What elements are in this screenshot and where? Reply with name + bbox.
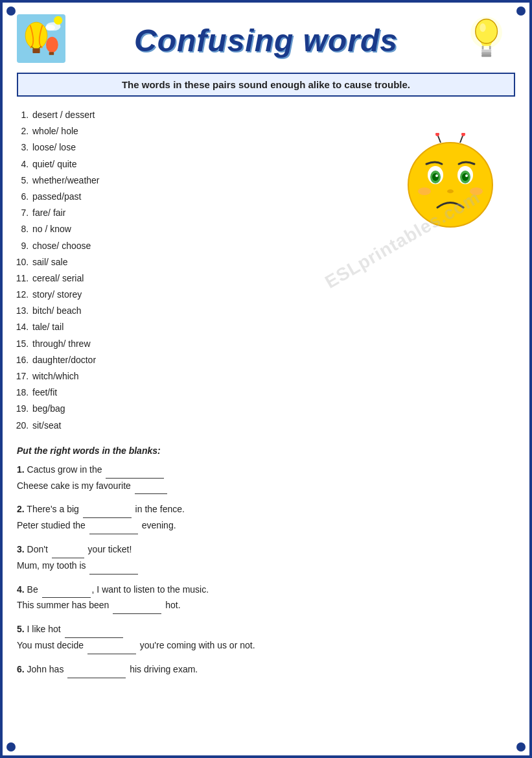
header: Confusing words bbox=[17, 14, 515, 66]
word-pair-item: tale/ tail bbox=[31, 319, 379, 335]
exercise-line: Cactus grow in the bbox=[27, 464, 166, 475]
svg-point-10 bbox=[54, 16, 62, 25]
svg-point-35 bbox=[418, 187, 431, 195]
svg-point-36 bbox=[470, 187, 483, 195]
item-number: 4. bbox=[17, 584, 25, 595]
svg-point-30 bbox=[447, 189, 454, 193]
corner-tl bbox=[6, 6, 16, 16]
exercise-line: Be , I want to listen to the music. bbox=[27, 584, 209, 595]
exercise-line: Peter studied the evening. bbox=[17, 520, 176, 530]
item-number: 3. bbox=[17, 544, 25, 554]
word-pair-item: through/ threw bbox=[31, 336, 379, 352]
svg-point-8 bbox=[46, 37, 58, 53]
item-number: 1. bbox=[17, 464, 25, 475]
svg-rect-15 bbox=[481, 49, 491, 52]
word-pair-item: fare/ fair bbox=[31, 205, 379, 221]
fill-blank bbox=[67, 662, 126, 678]
corner-tr bbox=[516, 6, 526, 16]
bulb-icon bbox=[463, 14, 515, 66]
svg-point-34 bbox=[461, 133, 465, 136]
fill-blank bbox=[65, 622, 123, 638]
svg-point-24 bbox=[432, 173, 439, 181]
exercise-line: Don't your ticket! bbox=[27, 544, 132, 554]
main-content: desert / dessertwhole/ holeloose/ losequ… bbox=[17, 107, 515, 434]
sad-face-emoji bbox=[402, 133, 499, 230]
fill-blank bbox=[52, 542, 84, 558]
svg-point-2 bbox=[45, 25, 55, 30]
word-pair-item: daughter/doctor bbox=[31, 352, 379, 368]
svg-rect-5 bbox=[32, 49, 40, 54]
svg-point-28 bbox=[462, 173, 468, 181]
word-pair-item: quiet/ quite bbox=[31, 156, 379, 172]
fill-blank bbox=[83, 502, 132, 518]
item-number: 6. bbox=[17, 664, 25, 674]
exercise-line: Mum, my tooth is bbox=[17, 560, 139, 571]
word-pair-item: chose/ choose bbox=[31, 238, 379, 254]
exercise-item: 2. There's a big in the fence.Peter stud… bbox=[17, 502, 515, 534]
word-pair-item: whether/weather bbox=[31, 172, 379, 189]
exercise-items: 1. Cactus grow in the Cheese cake is my … bbox=[17, 462, 515, 678]
svg-rect-16 bbox=[481, 52, 491, 54]
exercise-line: This summer has been hot. bbox=[17, 600, 181, 610]
svg-point-25 bbox=[435, 174, 438, 177]
exercise-item: 5. I like hot You must decide you're com… bbox=[17, 622, 515, 654]
word-pair-item: cereal/ serial bbox=[31, 270, 379, 287]
word-pair-item: passed/past bbox=[31, 189, 379, 205]
item-number: 5. bbox=[17, 624, 25, 634]
svg-point-32 bbox=[435, 133, 439, 136]
exercise-line: Cheese cake is my favourite bbox=[17, 480, 168, 491]
exercise-item: 4. Be , I want to listen to the music.Th… bbox=[17, 582, 515, 615]
corner-br bbox=[516, 742, 526, 752]
word-pair-item: witch/which bbox=[31, 368, 379, 385]
word-pair-item: whole/ hole bbox=[31, 123, 379, 139]
fill-blank bbox=[135, 479, 167, 495]
svg-point-29 bbox=[465, 174, 468, 177]
exercise-line: I like hot bbox=[27, 624, 124, 634]
svg-rect-9 bbox=[49, 52, 54, 55]
fill-blank bbox=[42, 582, 91, 598]
word-pairs-list: desert / dessertwhole/ holeloose/ losequ… bbox=[31, 107, 379, 434]
subtitle-text: The words in these pairs sound enough al… bbox=[122, 79, 410, 90]
word-pair-item: bitch/ beach bbox=[31, 303, 379, 319]
exercise-item: 1. Cactus grow in the Cheese cake is my … bbox=[17, 462, 515, 495]
word-list: desert / dessertwhole/ holeloose/ losequ… bbox=[17, 107, 379, 434]
word-pair-item: sail/ sale bbox=[31, 254, 379, 270]
svg-rect-17 bbox=[481, 54, 491, 57]
fill-blank bbox=[113, 598, 161, 614]
exercise-line: You must decide you're coming with us or… bbox=[17, 640, 255, 650]
exercise-section: Put the right words in the blanks: 1. Ca… bbox=[17, 445, 515, 678]
svg-point-18 bbox=[480, 23, 485, 32]
corner-bl bbox=[6, 742, 16, 752]
fill-blank bbox=[89, 558, 138, 574]
exercise-line: There's a big in the fence. bbox=[27, 504, 185, 514]
balloon-icon bbox=[17, 14, 69, 66]
word-pair-item: feet/fit bbox=[31, 385, 379, 401]
word-pair-item: story/ storey bbox=[31, 287, 379, 303]
item-number: 2. bbox=[17, 504, 25, 514]
exercise-item: 3. Don't your ticket!Mum, my tooth is bbox=[17, 542, 515, 574]
subtitle-box: The words in these pairs sound enough al… bbox=[17, 73, 515, 97]
fill-blank bbox=[87, 638, 136, 654]
page: ESLprintables.com bbox=[0, 0, 532, 758]
exercise-title: Put the right words in the blanks: bbox=[17, 445, 515, 456]
exercise-item: 6. John has his driving exam. bbox=[17, 662, 515, 678]
word-pair-item: beg/bag bbox=[31, 401, 379, 417]
exercise-line: John has his driving exam. bbox=[27, 664, 198, 674]
word-pair-item: sit/seat bbox=[31, 418, 379, 434]
word-pair-item: desert / dessert bbox=[31, 107, 379, 123]
word-pair-item: no / know bbox=[31, 221, 379, 237]
page-title: Confusing words bbox=[69, 23, 463, 58]
emoji-container bbox=[386, 107, 515, 434]
word-pair-item: loose/ lose bbox=[31, 139, 379, 156]
fill-blank bbox=[89, 518, 138, 534]
fill-blank bbox=[106, 462, 164, 479]
